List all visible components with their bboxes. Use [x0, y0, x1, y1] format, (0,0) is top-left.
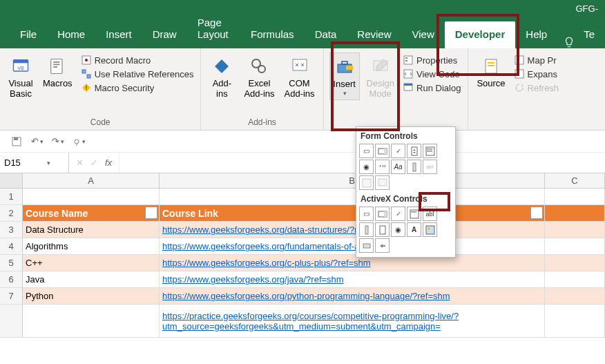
tab-insert[interactable]: Insert	[95, 21, 142, 48]
enter-formula-icon[interactable]: ✓	[90, 157, 98, 168]
activex-combo-icon[interactable]	[375, 207, 390, 221]
tab-help[interactable]: Help	[515, 21, 557, 48]
name-box[interactable]: ▾	[0, 153, 69, 173]
excel-addins-button[interactable]: Excel Add-ins	[241, 52, 277, 102]
hyperlink[interactable]: https://practice.geeksforgeeks.org/cours…	[162, 311, 541, 332]
form-scrollbar-icon[interactable]	[407, 160, 421, 174]
refresh-data-button[interactable]: Refresh	[512, 82, 561, 94]
tab-data[interactable]: Data	[305, 21, 347, 48]
macro-security-button[interactable]: ! Macro Security	[79, 82, 195, 94]
col-header-a[interactable]: A	[23, 173, 160, 188]
touch-mode-button[interactable]: ▾	[72, 135, 86, 149]
cell[interactable]	[545, 189, 605, 204]
form-checkbox-icon[interactable]: ✓	[391, 144, 405, 158]
row-header[interactable]: 4	[0, 238, 23, 254]
cell[interactable]	[545, 222, 605, 238]
filter-dropdown-icon[interactable]: ▾	[530, 207, 543, 219]
form-combo-icon[interactable]	[375, 144, 390, 158]
view-code-button[interactable]: View Code	[401, 68, 462, 80]
form-label-icon[interactable]: Aa	[391, 160, 405, 174]
row-header[interactable]: 5	[0, 255, 23, 271]
col-header-b[interactable]: B	[160, 173, 545, 188]
cell[interactable]	[545, 238, 605, 254]
activex-scrollbar-icon[interactable]	[359, 222, 374, 237]
header-cell-link[interactable]: Course Link▾	[160, 205, 545, 221]
cell-link[interactable]: https://www.geeksforgeeks.org/java/?ref=…	[160, 271, 545, 287]
cell-name[interactable]: Python	[23, 288, 160, 304]
cancel-formula-icon[interactable]: ✕	[76, 157, 84, 168]
source-button[interactable]: Source	[474, 52, 508, 92]
activex-command-button-icon[interactable]: ▭	[359, 207, 374, 221]
cell-link[interactable]: https://www.geeksforgeeks.org/fundamenta…	[160, 238, 545, 254]
tab-formulas[interactable]: Formulas	[240, 21, 305, 48]
tab-draw[interactable]: Draw	[142, 21, 187, 48]
form-groupbox-icon[interactable]: ˣʸᶻ	[375, 160, 390, 174]
com-addins-button[interactable]: COM Add-ins	[282, 52, 318, 102]
cell[interactable]	[160, 189, 545, 204]
filter-dropdown-icon[interactable]: ▾	[145, 207, 157, 219]
tab-page-layout[interactable]: Page Layout	[187, 10, 240, 48]
cell[interactable]	[545, 271, 605, 287]
use-relative-button[interactable]: Use Relative References	[79, 68, 195, 80]
form-option-icon[interactable]: ◉	[359, 160, 374, 174]
insert-control-button[interactable]: Insert ▾	[329, 52, 360, 100]
row-header[interactable]	[0, 305, 23, 337]
cell-name[interactable]: C++	[23, 255, 160, 271]
header-cell-name[interactable]: Course Name▾	[23, 205, 160, 221]
col-header-c[interactable]: C	[545, 173, 605, 188]
macros-button[interactable]: Macros	[40, 52, 75, 92]
row-header[interactable]: 2	[0, 205, 23, 221]
cell-name[interactable]: Algorithms	[23, 238, 160, 254]
redo-button[interactable]: ↷▾	[51, 135, 65, 149]
cell[interactable]	[545, 255, 605, 271]
tell-me[interactable]: Te	[581, 21, 605, 48]
activex-listbox-icon[interactable]	[407, 207, 421, 221]
activex-image-icon[interactable]	[423, 222, 437, 237]
hyperlink[interactable]: https://www.geeksforgeeks.org/data-struc…	[162, 224, 387, 235]
activex-textbox-icon[interactable]: abl	[423, 207, 437, 221]
run-dialog-button[interactable]: Run Dialog	[401, 82, 462, 94]
activex-option-icon[interactable]: ◉	[391, 222, 405, 237]
select-all-corner[interactable]	[0, 173, 23, 188]
tab-view[interactable]: View	[402, 21, 445, 48]
tab-review[interactable]: Review	[347, 21, 401, 48]
cell-name[interactable]: Data Structure	[23, 222, 160, 238]
activex-spinner-icon[interactable]	[375, 222, 390, 237]
form-listbox-icon[interactable]	[423, 144, 437, 158]
hyperlink[interactable]: https://www.geeksforgeeks.org/java/?ref=…	[162, 274, 344, 285]
addins-button[interactable]: Add- ins	[207, 52, 237, 102]
row-header[interactable]: 6	[0, 271, 23, 287]
undo-button[interactable]: ↶▾	[30, 135, 44, 149]
fx-icon[interactable]: fx	[105, 157, 112, 168]
row-header[interactable]: 1	[0, 189, 23, 204]
activex-toggle-icon[interactable]	[359, 238, 374, 253]
tab-file[interactable]: File	[10, 21, 47, 48]
form-spinner-icon[interactable]	[407, 144, 421, 158]
visual-basic-button[interactable]: VB Visual Basic	[6, 52, 36, 102]
hyperlink[interactable]: https://www.geeksforgeeks.org/python-pro…	[162, 291, 450, 301]
cell[interactable]	[545, 205, 605, 221]
map-properties-button[interactable]: Map Pr	[512, 54, 561, 66]
cell[interactable]	[545, 288, 605, 304]
activex-more-icon[interactable]	[375, 238, 390, 253]
cell-link[interactable]: https://www.geeksforgeeks.org/data-struc…	[160, 222, 545, 238]
form-button-icon[interactable]: ▭	[359, 144, 374, 158]
design-mode-button[interactable]: Design Mode	[364, 52, 397, 102]
expansion-packs-button[interactable]: Expans	[512, 68, 561, 80]
tab-developer[interactable]: Developer	[445, 21, 516, 48]
hyperlink[interactable]: https://www.geeksforgeeks.org/c-plus-plu…	[162, 258, 371, 268]
cell[interactable]	[545, 305, 605, 337]
row-header[interactable]: 3	[0, 222, 23, 238]
activex-label-icon[interactable]: A	[407, 222, 421, 237]
cell-link[interactable]: https://www.geeksforgeeks.org/c-plus-plu…	[160, 255, 545, 271]
cell-link[interactable]: https://practice.geeksforgeeks.org/cours…	[160, 305, 545, 337]
lightbulb-icon[interactable]	[563, 36, 575, 48]
row-header[interactable]: 7	[0, 288, 23, 304]
cell-link[interactable]: https://www.geeksforgeeks.org/python-pro…	[160, 288, 545, 304]
cell-name[interactable]: Java	[23, 271, 160, 287]
tab-home[interactable]: Home	[47, 21, 95, 48]
name-box-input[interactable]	[4, 157, 46, 168]
properties-button[interactable]: Properties	[401, 54, 462, 66]
record-macro-button[interactable]: Record Macro	[79, 54, 195, 66]
cell-name[interactable]	[23, 305, 160, 337]
